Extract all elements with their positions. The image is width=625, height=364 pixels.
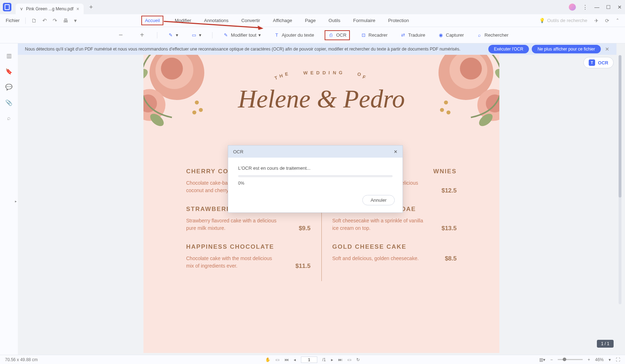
close-banner-icon[interactable]: ✕: [605, 46, 609, 52]
sync-icon[interactable]: ⟳: [605, 18, 609, 23]
document-tab[interactable]: ⋎ Pink Green ...g Menu.pdf ×: [16, 4, 84, 14]
search-tools-label: Outils de recherche: [547, 18, 587, 23]
banner-text: Nous détectons qu'il s'agit d'un PDF num…: [25, 47, 461, 52]
first-page-icon[interactable]: ⏮: [284, 357, 289, 362]
last-page-icon[interactable]: ⏭: [338, 357, 342, 362]
app-icon: [3, 3, 11, 11]
dialog-title: OCR: [233, 149, 243, 154]
rectangle-icon: ▭: [191, 32, 197, 38]
dish-price: $11.5: [295, 263, 311, 270]
next-page-icon[interactable]: ▸: [331, 357, 333, 362]
minimize-button[interactable]: —: [594, 5, 599, 10]
ocr-badge[interactable]: T OCR: [583, 57, 614, 68]
camera-icon: ◉: [438, 32, 444, 38]
dialog-message: L'OCR est en cours de traitement...: [238, 165, 393, 171]
zoom-out-button[interactable]: −: [114, 31, 127, 39]
thumbnails-icon[interactable]: ▥: [5, 52, 12, 59]
menu-convertir[interactable]: Convertir: [240, 16, 262, 25]
add-text-tool[interactable]: TAjouter du texte: [272, 31, 316, 39]
more-quick-icon[interactable]: ▾: [74, 17, 77, 24]
capture-tool[interactable]: ◉Capturer: [436, 31, 466, 39]
dialog-header: OCR ✕: [228, 146, 403, 158]
shape-tool[interactable]: ▭▾: [189, 31, 204, 39]
zoom-in-button[interactable]: +: [136, 31, 148, 39]
menubar: Fichier 🗋 ↶ ↷ 🖶 ▾ Accueil Modifier Annot…: [0, 14, 625, 27]
dish-price: $13.5: [441, 225, 457, 232]
menu-annotations[interactable]: Annotations: [203, 16, 230, 25]
menu-outils[interactable]: Outils: [327, 16, 342, 25]
dish-price: $12.5: [441, 187, 457, 194]
add-tab-button[interactable]: +: [89, 4, 93, 11]
svg-point-4: [161, 58, 183, 80]
tab-favicon: ⋎: [20, 6, 23, 11]
titlebar: ⋎ Pink Green ...g Menu.pdf × + ⋮ — ☐ ✕: [0, 0, 625, 14]
save-icon[interactable]: 🗋: [31, 17, 37, 23]
search-tools[interactable]: 💡 Outils de recherche: [539, 18, 587, 23]
tool-label: Ajouter du texte: [282, 32, 314, 38]
translate-tool[interactable]: ⇄Traduire: [398, 31, 427, 39]
menu-formulaire[interactable]: Formulaire: [352, 16, 377, 25]
attachment-icon[interactable]: 📎: [5, 99, 12, 106]
tool-label: Recadrer: [368, 32, 387, 38]
expand-left-icon[interactable]: ▸: [15, 199, 17, 203]
dropdown-icon: ▾: [199, 32, 201, 38]
vertical-scrollbar[interactable]: [619, 55, 621, 304]
collapse-ribbon-icon[interactable]: ⌃: [616, 18, 619, 23]
svg-point-14: [460, 58, 482, 80]
zoom-dropdown-icon[interactable]: ▾: [609, 357, 611, 362]
close-window-button[interactable]: ✕: [617, 5, 622, 10]
ocr-badge-label: OCR: [598, 60, 608, 65]
progress-percent: 0%: [238, 181, 393, 186]
search-tool[interactable]: ⌕Rechercher: [474, 31, 510, 39]
dish-name: HAPPINESS CHOCOLATE: [186, 243, 311, 250]
maximize-button[interactable]: ☐: [606, 5, 611, 10]
send-icon[interactable]: ✈: [594, 18, 599, 23]
menu-protection[interactable]: Protection: [387, 16, 410, 25]
tool-label: Modifier tout: [231, 32, 257, 38]
dismiss-banner-button[interactable]: Ne plus afficher pour ce fichier: [532, 45, 601, 53]
statusbar: 70.56 x 49.88 cm ✋ ▭ ⏮ ◂ /1 ▸ ⏭ ▭ ↻ ▥▾ −…: [0, 355, 625, 364]
menu-modifier[interactable]: Modifier: [173, 16, 193, 25]
tool-label: OCR: [336, 32, 346, 38]
file-menu[interactable]: Fichier: [6, 18, 20, 23]
zoom-in-status-icon[interactable]: +: [588, 357, 590, 362]
close-tab-icon[interactable]: ×: [76, 6, 79, 12]
page-input[interactable]: [301, 357, 317, 363]
user-avatar[interactable]: [569, 4, 576, 11]
print-icon[interactable]: 🖶: [63, 17, 68, 23]
search-rail-icon[interactable]: ⌕: [5, 115, 12, 122]
tab-title: Pink Green ...g Menu.pdf: [26, 6, 73, 11]
highlighter-tool[interactable]: ✎▾: [166, 31, 180, 39]
cancel-button[interactable]: Annuler: [362, 195, 395, 205]
ocr-tool[interactable]: ⎙OCR: [325, 30, 350, 40]
redo-icon[interactable]: ↷: [53, 17, 57, 24]
bookmark-icon[interactable]: 🔖: [5, 68, 12, 75]
select-tool-icon[interactable]: ▭: [275, 357, 279, 362]
ocr-dialog: OCR ✕ L'OCR est en cours de traitement..…: [228, 145, 403, 213]
edit-all-tool[interactable]: ✎Modifier tout▾: [221, 31, 263, 39]
read-mode-icon[interactable]: ▭: [347, 357, 351, 362]
menu-accueil[interactable]: Accueil: [141, 16, 163, 25]
heading-arc: THE WEDDING OF: [143, 70, 499, 75]
close-dialog-icon[interactable]: ✕: [394, 149, 398, 154]
crop-icon: ⊡: [361, 32, 366, 38]
comment-icon[interactable]: 💬: [5, 83, 12, 90]
fit-page-icon[interactable]: ⛶: [616, 357, 620, 362]
menu-affichage[interactable]: Affichage: [272, 16, 294, 25]
view-mode-icon[interactable]: ▥▾: [539, 357, 545, 362]
zoom-slider[interactable]: [558, 359, 583, 360]
undo-icon[interactable]: ↶: [42, 17, 47, 24]
rotate-icon[interactable]: ↻: [356, 357, 360, 362]
dropdown-icon: ▾: [176, 32, 178, 38]
prev-page-icon[interactable]: ◂: [294, 357, 296, 362]
zoom-out-status-icon[interactable]: −: [550, 357, 553, 362]
main-menu: Accueil Modifier Annotations Convertir A…: [141, 16, 410, 25]
crop-tool[interactable]: ⊡Recadrer: [358, 31, 389, 39]
menu-page[interactable]: Page: [304, 16, 317, 25]
run-ocr-button[interactable]: Exécuter l'OCR: [488, 45, 529, 53]
couple-names: Helene & Pedro: [143, 84, 499, 114]
hand-tool-icon[interactable]: ✋: [265, 357, 271, 362]
dish-desc: Strawberry flavored cake with a deliciou…: [186, 217, 279, 232]
kebab-menu-icon[interactable]: ⋮: [582, 4, 588, 11]
pencil-icon: ✎: [223, 32, 229, 38]
